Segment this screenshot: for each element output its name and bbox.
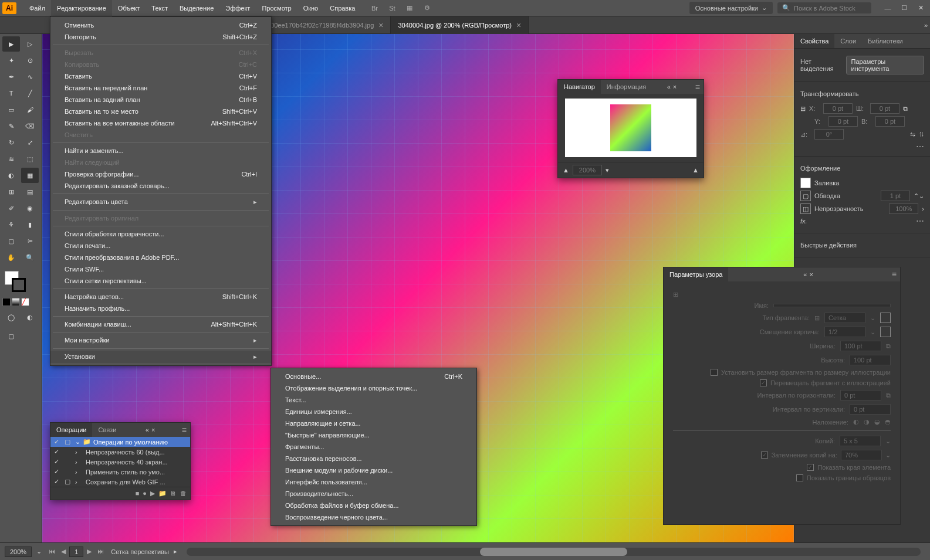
artboard-tool-icon[interactable]: ▢ [2, 233, 20, 249]
chevron-down-icon[interactable]: ⌄ [870, 314, 875, 322]
draw-normal-icon[interactable]: ◯ [2, 310, 20, 325]
h-spacing-field[interactable]: 0 pt [840, 390, 881, 401]
menu-my-settings[interactable]: Мои настройки▸ [50, 334, 271, 347]
copies-dropdown[interactable]: 5 x 5 [840, 436, 881, 446]
gradient-mini-swatch[interactable] [12, 298, 20, 306]
show-swatch-bounds-checkbox[interactable] [796, 474, 803, 481]
height-field[interactable]: 100 pt [850, 355, 891, 365]
submenu-hyphenation[interactable]: Расстановка переносов... [271, 453, 476, 464]
symbol-sprayer-tool-icon[interactable]: ⚘ [2, 217, 20, 232]
close-panel-icon[interactable]: × [673, 83, 677, 90]
stroke-swatch-icon[interactable]: ▢ [800, 191, 811, 201]
paintbrush-tool-icon[interactable]: 🖌 [21, 102, 39, 117]
menu-custom-dictionary[interactable]: Редактировать заказной словарь... [50, 180, 271, 192]
panel-more-icon[interactable]: ⋯ [916, 142, 924, 151]
actions-tab[interactable]: Операции [50, 423, 92, 437]
dim-copies-field[interactable]: 70% [841, 450, 882, 460]
submenu-smart-guides[interactable]: "Быстрые" направляющие... [271, 429, 476, 441]
action-item-row[interactable]: ✓▢›Сохранить для Web GIF ... [50, 477, 190, 487]
action-item-row[interactable]: ✓›Применить стиль по умо... [50, 467, 190, 477]
submenu-units[interactable]: Единицы измерения... [271, 406, 476, 418]
libraries-tab[interactable]: Библиотеки [862, 34, 909, 48]
slice-tool-icon[interactable]: ✂ [21, 233, 39, 249]
zoom-tool-icon[interactable]: 🔍 [21, 250, 39, 265]
opacity-more-icon[interactable]: › [922, 205, 924, 212]
document-tab[interactable]: 3040004.jpg @ 200% (RGB/Просмотр)× [391, 16, 529, 34]
overlap-icon-3[interactable]: ◒ [874, 418, 880, 426]
submenu-guides-grid[interactable]: Направляющие и сетка... [271, 418, 476, 429]
trash-icon[interactable]: 🗑 [180, 490, 187, 497]
menu-file[interactable]: Файл [23, 0, 51, 16]
hand-tool-icon[interactable]: ✋ [2, 250, 20, 265]
dim-copies-checkbox[interactable]: ✓ [761, 452, 768, 459]
close-button[interactable]: ✕ [914, 2, 928, 14]
zoom-slider-icon[interactable]: ▾ [606, 167, 609, 174]
action-set-row[interactable]: ✓ ▢ ⌄ 📁 Операции по умолчанию [50, 437, 190, 447]
tabs-overflow-icon[interactable]: » [924, 22, 928, 29]
link-icon[interactable]: ⧉ [903, 105, 908, 113]
eraser-tool-icon[interactable]: ⌫ [21, 118, 39, 134]
menu-spellcheck[interactable]: Проверка орфографии...Ctrl+I [50, 168, 271, 180]
selection-tool-icon[interactable]: ▶ [2, 36, 20, 52]
close-panel-icon[interactable]: × [151, 426, 155, 433]
submenu-performance[interactable]: Производительность... [271, 488, 476, 500]
menu-object[interactable]: Объект [112, 0, 146, 16]
record-icon[interactable]: ● [143, 490, 147, 497]
menu-swf-styles[interactable]: Стили SWF... [50, 263, 271, 275]
search-input[interactable]: 🔍 Поиск в Adobe Stock [777, 2, 871, 13]
navigator-tab[interactable]: Навигатор [558, 80, 601, 94]
overlap-icon-1[interactable]: ◐ [853, 418, 859, 426]
new-set-icon[interactable]: 📁 [158, 490, 167, 497]
color-mini-swatch[interactable] [2, 298, 11, 306]
shape-builder-tool-icon[interactable]: ◐ [2, 168, 20, 183]
menu-preferences[interactable]: Установки▸ [50, 351, 271, 363]
color-swatches[interactable] [2, 271, 39, 294]
menu-effect[interactable]: Эффект [219, 0, 256, 16]
menu-edit[interactable]: Редактирование [51, 0, 112, 16]
menu-undo[interactable]: ОтменитьCtrl+Z [50, 19, 271, 31]
submenu-ui[interactable]: Интерфейс пользователя... [271, 476, 476, 488]
eyedropper-tool-icon[interactable]: ✐ [2, 201, 20, 216]
tool-params-button[interactable]: Параметры инструмента [846, 56, 924, 74]
flip-v-icon[interactable]: ⥮ [919, 131, 924, 138]
menu-copy[interactable]: КопироватьCtrl+C [50, 59, 271, 70]
menu-clear[interactable]: Очистить [50, 129, 271, 141]
stock-icon[interactable]: St [385, 2, 398, 15]
collapse-icon[interactable]: « [803, 271, 807, 278]
brick-offset-dropdown[interactable]: 1/2 [824, 327, 865, 337]
close-panel-icon[interactable]: × [809, 271, 813, 278]
chevron-down-icon[interactable]: ⌄ [885, 437, 891, 445]
menu-cut[interactable]: ВырезатьCtrl+X [50, 47, 271, 59]
new-action-icon[interactable]: 🗎 [170, 490, 177, 497]
check-icon[interactable]: ✓ [54, 478, 62, 486]
status-arrow-icon[interactable]: ▸ [174, 548, 177, 555]
chevron-down-icon[interactable]: ⌄ [75, 438, 80, 446]
scale-tool-icon[interactable]: ⤢ [21, 135, 39, 150]
menu-paste[interactable]: ВставитьCtrl+V [50, 70, 271, 82]
last-artboard-icon[interactable]: ⏭ [95, 547, 106, 557]
gpu-icon[interactable]: ⚙ [421, 2, 434, 15]
menu-assign-profile[interactable]: Назначить профиль... [50, 303, 271, 314]
tab-close-icon[interactable]: × [516, 21, 521, 30]
menu-paste-all-artboards[interactable]: Вставить на все монтажные областиAlt+Shi… [50, 117, 271, 129]
submenu-black-appearance[interactable]: Воспроизведение черного цвета... [271, 511, 476, 523]
zoom-combo[interactable]: 200% [5, 547, 32, 557]
workspace-dropdown[interactable]: Основные настройки ⌄ [689, 2, 773, 14]
layers-tab[interactable]: Слои [834, 34, 862, 48]
mesh-tool-icon[interactable]: ⊞ [2, 184, 20, 199]
play-icon[interactable]: ▶ [150, 490, 155, 497]
stroke-swatch[interactable] [12, 278, 26, 292]
flip-h-icon[interactable]: ⇋ [910, 131, 915, 138]
scrollbar-thumb[interactable] [480, 548, 627, 556]
panel-more-icon[interactable]: ⋯ [916, 216, 924, 226]
x-field[interactable]: 0 pt [823, 103, 853, 114]
links-tab[interactable]: Связи [92, 423, 122, 437]
action-item-row[interactable]: ✓›Непрозрачность 40 экран... [50, 457, 190, 467]
menu-transparency-styles[interactable]: Стили обработки прозрачности... [50, 228, 271, 240]
stop-icon[interactable]: ■ [136, 490, 140, 497]
link-wh-icon[interactable]: ⧉ [886, 342, 891, 350]
artboard-number[interactable]: 1 [69, 547, 83, 557]
magic-wand-tool-icon[interactable]: ✦ [2, 53, 20, 68]
tab-close-icon[interactable]: × [378, 21, 383, 30]
collapse-icon[interactable]: « [146, 426, 149, 433]
